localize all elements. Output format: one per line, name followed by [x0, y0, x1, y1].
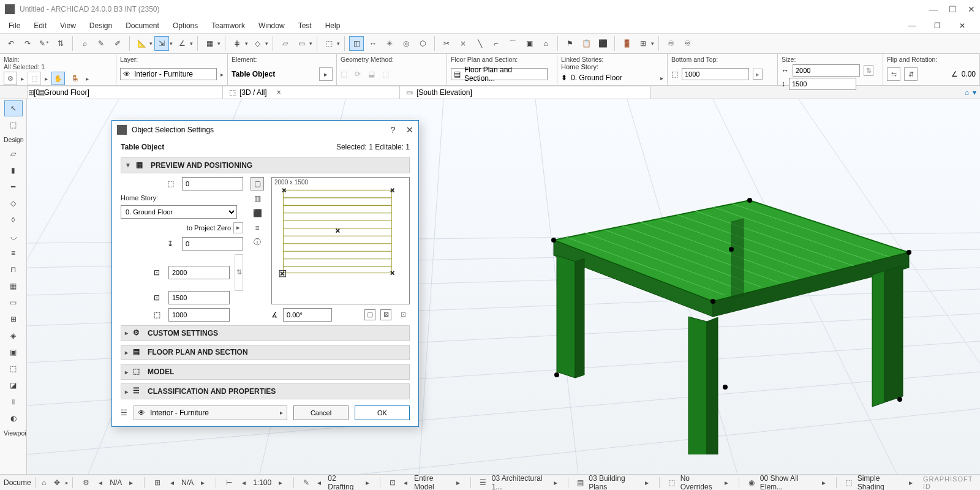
status-plan-icon[interactable]: ⊞ [152, 477, 163, 488]
size-width-input[interactable] [793, 64, 860, 77]
status-pen-icon[interactable]: ✎ [301, 477, 311, 488]
object-tool[interactable]: ⬚ [4, 361, 23, 377]
link-icon[interactable]: ⇅ [235, 254, 243, 291]
ruler-icon[interactable]: 📐 [134, 36, 149, 51]
chevron-right-icon[interactable]: ▸ [233, 222, 243, 233]
ok-button[interactable]: OK [355, 405, 410, 420]
shell-tool[interactable]: ◡ [4, 228, 23, 244]
edit-sel-icon[interactable]: ✋ [51, 72, 65, 85]
geom-skel-icon[interactable]: ⬚ [382, 70, 389, 78]
menu-design[interactable]: Design [83, 20, 118, 31]
menu-document[interactable]: Document [119, 20, 165, 31]
section-custom[interactable]: ▸⚙ CUSTOM SETTINGS [121, 325, 410, 341]
undo-icon[interactable]: ↶ [4, 36, 18, 51]
flip-v-button[interactable]: ⇵ [904, 67, 918, 81]
flip-h-button[interactable]: ⇋ [887, 67, 900, 81]
lock-ratio-button[interactable]: ⇅ [864, 65, 873, 76]
slab-icon[interactable]: ▭ [294, 36, 309, 51]
mesh-tool[interactable]: ⫴ [4, 394, 23, 410]
pv-info-button[interactable]: ⓘ [251, 236, 264, 249]
section-class[interactable]: ▸☰ CLASSIFICATION AND PROPERTIES [121, 383, 410, 399]
menu-options[interactable]: Options [167, 20, 204, 31]
column-tool[interactable]: ▮ [4, 162, 23, 178]
doc-restore-icon[interactable]: ❐ [928, 20, 947, 31]
railing-tool[interactable]: ⊓ [4, 262, 23, 277]
close-icon[interactable]: ✕ [406, 125, 413, 135]
chevron-right-icon[interactable]: ▸ [221, 71, 224, 78]
preview-canvas[interactable]: 2000 x 1500 [271, 177, 410, 304]
door-icon[interactable]: 🚪 [619, 36, 634, 51]
status-plans-icon[interactable]: ▤ [575, 477, 585, 488]
tab-3d-all[interactable]: ⬚ [3D / All] × [222, 86, 400, 99]
circle-icon[interactable]: ◎ [399, 36, 413, 51]
pv-axo-button[interactable]: ≡ [251, 221, 264, 235]
beam-tool[interactable]: ━ [4, 179, 23, 195]
nav-drop-icon[interactable]: ▾ [973, 88, 976, 97]
line-icon[interactable]: ╲ [472, 36, 487, 51]
geom-diag-icon[interactable]: ⬓ [368, 70, 375, 78]
depth-input[interactable] [168, 291, 230, 304]
pv-front-button[interactable]: ▥ [251, 192, 264, 205]
obj-icon[interactable]: ⬚ [322, 36, 336, 51]
window-grid-icon[interactable]: ⊞ [636, 36, 650, 51]
status-entire[interactable]: Entire Model [414, 474, 450, 491]
grid-icon[interactable]: ▦ [202, 36, 217, 51]
menu-edit[interactable]: Edit [28, 20, 53, 31]
chevron-right-icon[interactable]: ▸ [660, 75, 663, 81]
pv-plan-button[interactable]: ▢ [251, 177, 264, 190]
transfer-icon[interactable]: ⇅ [53, 36, 68, 51]
fps-select[interactable]: ▤ Floor Plan and Section... [451, 68, 548, 80]
opening-tool[interactable]: ▣ [4, 344, 23, 360]
section-floor[interactable]: ▸▤ FLOOR PLAN AND SECTION [121, 345, 410, 361]
wall-icon[interactable]: ▱ [277, 36, 292, 51]
status-home-icon[interactable]: ⌂ [39, 477, 49, 488]
section-preview[interactable]: ▼ ▦ PREVIEW AND POSITIONING [121, 157, 410, 173]
center-icon[interactable]: ✳ [382, 36, 397, 51]
window-tool[interactable]: ⊞ [4, 311, 23, 327]
nav-cube-icon[interactable]: ⌂ [965, 88, 969, 97]
status-model-icon[interactable]: ⊡ [388, 477, 398, 488]
close-button[interactable]: ✕ [968, 4, 975, 14]
size-height-input[interactable] [789, 78, 856, 90]
dim-icon[interactable]: ↔ [366, 36, 380, 51]
cube1-icon[interactable]: ⬛ [595, 36, 610, 51]
link1-icon[interactable]: ♾ [663, 36, 678, 51]
menu-test[interactable]: Test [292, 20, 318, 31]
tab-plan-icon[interactable]: ▤ [38, 88, 45, 97]
measure-icon[interactable]: ⇲ [154, 36, 169, 51]
door-tool[interactable]: ▭ [4, 295, 23, 311]
status-scale-icon[interactable]: ⊢ [224, 477, 235, 488]
doc-close-icon[interactable]: ✕ [953, 20, 971, 31]
status-shading-icon[interactable]: ⬚ [844, 477, 854, 488]
status-gear-icon[interactable]: ⚙ [80, 477, 91, 488]
maximize-button[interactable]: ☐ [949, 4, 957, 14]
redo-icon[interactable]: ↷ [20, 36, 35, 51]
pick-icon[interactable]: ✎⁺ [37, 36, 51, 51]
clipboard-icon[interactable]: 📋 [579, 36, 594, 51]
status-shading[interactable]: Simple Shading [858, 474, 903, 491]
object-icon[interactable]: 🪑 [69, 72, 82, 85]
brand-label[interactable]: GRAPHISOFT ID [923, 475, 976, 490]
flag-icon[interactable]: ⚑ [562, 36, 577, 51]
geom-rot-icon[interactable]: ⟳ [355, 70, 361, 78]
status-override-icon[interactable]: ⬚ [667, 477, 677, 488]
menu-help[interactable]: Help [319, 20, 347, 31]
marquee-tool[interactable]: ⬚ [4, 117, 23, 133]
link2-icon[interactable]: ♾ [680, 36, 695, 51]
eyedropper-icon[interactable]: ✎ [94, 36, 108, 51]
status-scale[interactable]: 1:100 [253, 478, 271, 487]
status-plans[interactable]: 03 Building Plans [589, 474, 638, 491]
menu-teamwork[interactable]: Teamwork [205, 20, 251, 31]
stair-tool[interactable]: ≡ [4, 245, 23, 261]
default-settings-button[interactable]: ⚙ [4, 72, 17, 85]
slab-tool[interactable]: ◇ [4, 195, 23, 211]
status-showall-icon[interactable]: ◉ [747, 477, 756, 488]
trace-icon[interactable]: ◫ [349, 36, 364, 51]
scissors-icon[interactable]: ⤫ [456, 36, 470, 51]
layer-combo[interactable]: 👁 Interior - Furniture ▸ [134, 405, 287, 420]
grid2-icon[interactable]: ⋕ [230, 36, 244, 51]
layer-select[interactable]: 👁 Interior - Furniture [120, 68, 217, 80]
minimize-button[interactable]: — [929, 4, 938, 14]
zero-input[interactable] [182, 237, 243, 251]
corner-icon[interactable]: ⌐ [489, 36, 503, 51]
